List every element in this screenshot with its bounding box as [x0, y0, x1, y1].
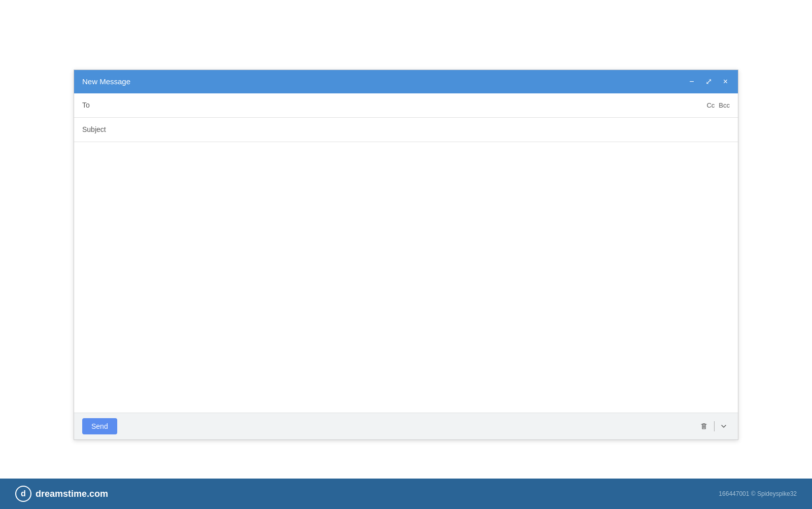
- to-input[interactable]: [118, 101, 706, 109]
- title-bar-controls: − ⤢ ×: [687, 77, 730, 87]
- watermark-bar: d dreamstime.com 166447001 © Spideyspike…: [0, 479, 812, 509]
- to-field-actions: Cc Bcc: [706, 101, 730, 109]
- compose-window: New Message − ⤢ × To Cc Bcc Subject: [74, 70, 738, 440]
- footer-left: Send: [82, 418, 117, 434]
- bcc-link[interactable]: Bcc: [719, 101, 730, 109]
- footer-divider: [714, 421, 715, 431]
- watermark-info: 166447001 © Spideyspike32: [719, 490, 797, 497]
- body-area: [74, 142, 738, 413]
- send-button[interactable]: Send: [82, 418, 117, 434]
- subject-input[interactable]: [118, 125, 730, 133]
- footer-right: [697, 420, 730, 432]
- expand-button[interactable]: ⤢: [703, 77, 714, 87]
- minimize-button[interactable]: −: [687, 77, 696, 87]
- chevron-down-icon: [721, 423, 727, 429]
- to-row: To Cc Bcc: [74, 93, 738, 118]
- footer-bar: Send: [74, 413, 738, 439]
- trash-icon: [700, 422, 708, 430]
- to-label: To: [82, 101, 118, 109]
- subject-row: Subject: [74, 118, 738, 142]
- watermark-logo-text: dreamstime.com: [36, 489, 108, 499]
- page-wrapper: New Message − ⤢ × To Cc Bcc Subject: [0, 0, 812, 509]
- window-title: New Message: [82, 77, 130, 86]
- watermark-logo: d dreamstime.com: [15, 486, 108, 502]
- title-bar: New Message − ⤢ ×: [74, 70, 738, 93]
- subject-label: Subject: [82, 125, 118, 133]
- more-options-button[interactable]: [718, 421, 730, 431]
- cc-link[interactable]: Cc: [706, 101, 715, 109]
- fields-area: To Cc Bcc Subject: [74, 93, 738, 142]
- close-button[interactable]: ×: [721, 77, 730, 87]
- dreamstime-logo-circle: d: [15, 486, 31, 502]
- body-input[interactable]: [74, 142, 738, 413]
- delete-button[interactable]: [697, 420, 711, 432]
